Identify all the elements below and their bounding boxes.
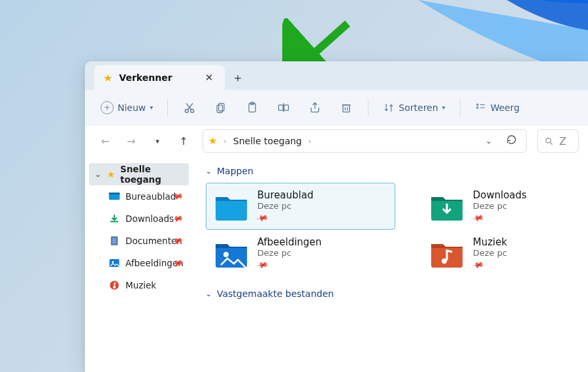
folder-subtitle: Deze pc xyxy=(257,248,322,258)
forward-button[interactable]: → xyxy=(120,130,142,152)
folder-title: Afbeeldingen xyxy=(257,236,322,248)
star-icon: ★ xyxy=(107,169,115,179)
folder-subtitle: Deze pc xyxy=(473,248,507,258)
file-explorer-window: ★ Verkenner ✕ ＋ + Nieuw ▾ Sorteren ▾ Wee… xyxy=(85,61,588,372)
navigation-row: ← → ▾ ↑ ★ › Snelle toegang › ⌄ Z xyxy=(85,125,588,157)
svg-point-31 xyxy=(223,252,229,257)
sidebar-item-label: Snelle toegang xyxy=(120,164,184,185)
sort-label: Sorteren xyxy=(399,102,438,113)
recent-dropdown[interactable]: ▾ xyxy=(146,130,169,152)
pictures-icon xyxy=(108,258,120,268)
folder-subtitle: Deze pc xyxy=(257,201,314,211)
view-icon xyxy=(475,102,487,114)
refresh-button[interactable] xyxy=(502,134,521,147)
chevron-down-icon: ▾ xyxy=(442,104,446,111)
sidebar: ⌄ ★ Snelle toegang Bureaublad 📌 Download… xyxy=(85,157,193,372)
sort-icon xyxy=(383,102,395,114)
chevron-down-icon: ▾ xyxy=(150,104,153,111)
svg-line-0 xyxy=(299,23,348,67)
up-button[interactable]: ↑ xyxy=(172,130,195,152)
chevron-down-icon: ⌄ xyxy=(206,167,212,176)
sidebar-item-documents[interactable]: Documenten 📌 xyxy=(89,230,189,252)
star-icon: ★ xyxy=(103,72,112,84)
svg-rect-12 xyxy=(343,104,350,112)
svg-point-17 xyxy=(476,106,478,108)
sort-button[interactable]: Sorteren ▾ xyxy=(376,96,451,119)
chevron-down-icon: ⌄ xyxy=(206,290,212,298)
main-pane: ⌄ Mappen Bureaublad Deze pc 📌 xyxy=(193,157,588,372)
svg-rect-9 xyxy=(279,104,284,110)
rename-button[interactable] xyxy=(270,96,297,119)
svg-rect-5 xyxy=(219,103,224,111)
new-label: Nieuw xyxy=(118,102,146,113)
svg-line-21 xyxy=(550,142,552,144)
pin-icon: 📌 xyxy=(471,211,484,225)
tab-verkenner[interactable]: ★ Verkenner ✕ xyxy=(94,65,225,90)
folder-desktop-icon xyxy=(214,192,248,221)
chevron-down-icon: ⌄ xyxy=(94,170,102,179)
sidebar-item-pictures[interactable]: Afbeeldingen 📌 xyxy=(89,252,189,274)
pin-icon: 📌 xyxy=(255,211,269,225)
back-button[interactable]: ← xyxy=(94,130,116,152)
copy-button[interactable] xyxy=(207,96,235,119)
svg-point-29 xyxy=(112,261,114,263)
folder-card-downloads[interactable]: Downloads Deze pc 📌 xyxy=(421,183,588,230)
folder-music-icon xyxy=(430,239,464,268)
folder-card-music[interactable]: Muziek Deze pc 📌 xyxy=(421,230,588,277)
search-box[interactable]: Z xyxy=(537,129,579,153)
toolbar-separator xyxy=(460,99,461,116)
music-icon xyxy=(108,280,120,290)
sidebar-item-music[interactable]: Muziek xyxy=(89,274,189,296)
share-button[interactable] xyxy=(301,96,329,119)
tab-title: Verkenner xyxy=(119,72,193,83)
download-icon xyxy=(108,213,120,224)
breadcrumb-separator: › xyxy=(223,137,226,146)
view-label: Weerg xyxy=(491,102,520,113)
toolbar-separator xyxy=(368,99,368,116)
svg-rect-6 xyxy=(218,104,223,112)
svg-point-20 xyxy=(546,138,551,143)
toolbar-separator xyxy=(167,99,168,116)
close-tab-button[interactable]: ✕ xyxy=(200,69,218,87)
folder-card-pictures[interactable]: Afbeeldingen Deze pc 📌 xyxy=(206,230,395,277)
document-icon xyxy=(108,236,120,246)
folder-title: Bureaublad xyxy=(257,189,314,201)
titlebar: ★ Verkenner ✕ ＋ xyxy=(85,61,588,90)
svg-point-2 xyxy=(191,109,194,112)
sidebar-item-label: Muziek xyxy=(125,280,156,290)
section-header-folders[interactable]: ⌄ Mappen xyxy=(206,166,588,176)
star-icon: ★ xyxy=(208,135,217,147)
section-header-pinned[interactable]: ⌄ Vastgemaakte bestanden xyxy=(206,288,588,299)
new-tab-button[interactable]: ＋ xyxy=(225,65,251,90)
sidebar-item-label: Bureaublad xyxy=(125,191,176,202)
plus-circle-icon: + xyxy=(101,101,114,114)
folder-pictures-icon xyxy=(214,239,248,268)
view-button[interactable]: Weerg xyxy=(468,96,527,119)
cut-button[interactable] xyxy=(176,96,203,119)
search-hint: Z xyxy=(559,135,566,147)
sidebar-item-downloads[interactable]: Downloads 📌 xyxy=(89,208,189,230)
toolbar: + Nieuw ▾ Sorteren ▾ Weerg xyxy=(85,90,588,125)
sidebar-item-desktop[interactable]: Bureaublad 📌 xyxy=(89,185,189,208)
new-button[interactable]: + Nieuw ▾ xyxy=(94,96,159,119)
pin-icon: 📌 xyxy=(471,258,484,271)
section-title: Vastgemaakte bestanden xyxy=(217,288,334,299)
address-bar[interactable]: ★ › Snelle toegang › ⌄ xyxy=(203,129,527,153)
section-title: Mappen xyxy=(217,166,253,176)
svg-point-16 xyxy=(476,104,478,105)
folder-subtitle: Deze pc xyxy=(473,201,527,211)
delete-button[interactable] xyxy=(333,96,360,119)
folder-title: Downloads xyxy=(473,189,527,201)
svg-rect-23 xyxy=(109,193,120,194)
paste-button[interactable] xyxy=(238,96,266,119)
sidebar-item-label: Downloads xyxy=(125,213,174,224)
folder-card-desktop[interactable]: Bureaublad Deze pc 📌 xyxy=(206,183,395,230)
folder-title: Muziek xyxy=(473,236,507,248)
address-dropdown[interactable]: ⌄ xyxy=(482,136,496,146)
search-icon xyxy=(544,136,554,146)
sidebar-item-quick-access[interactable]: ⌄ ★ Snelle toegang xyxy=(89,163,189,185)
breadcrumb-root[interactable]: Snelle toegang xyxy=(233,136,302,146)
svg-rect-10 xyxy=(284,104,289,110)
content-area: ⌄ ★ Snelle toegang Bureaublad 📌 Download… xyxy=(85,157,588,372)
breadcrumb-separator: › xyxy=(308,137,311,146)
